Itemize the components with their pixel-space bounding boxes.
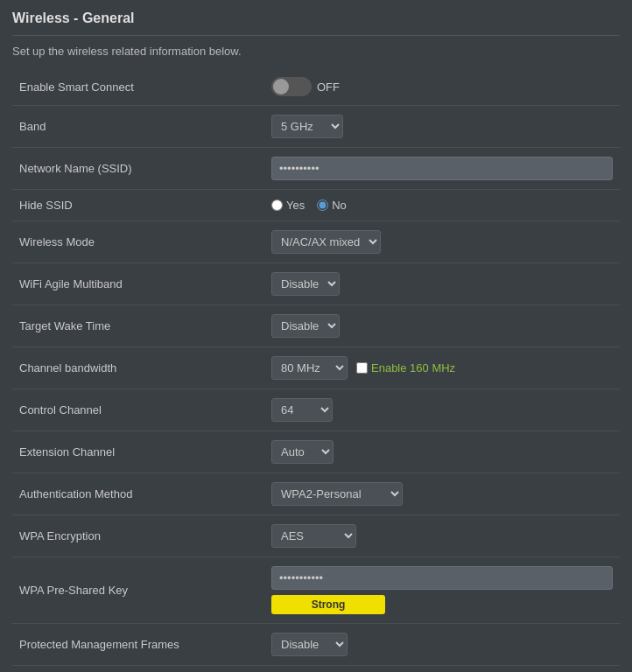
- row-wpa-encryption: WPA Encryption AES TKIP TKIP+AES: [12, 515, 620, 557]
- page-container: Wireless - General Set up the wireless r…: [0, 0, 632, 672]
- control-channel-select[interactable]: 36404448 52566064 100104108112 116120124…: [271, 398, 333, 422]
- protected-management-frames-select[interactable]: Disable Capable Required: [271, 633, 348, 656]
- row-hide-ssid: Hide SSID Yes No: [12, 190, 620, 221]
- label-protected-management-frames: Protected Management Frames: [12, 624, 264, 666]
- row-wireless-mode: Wireless Mode N/AC/AX mixed N only AC/AX…: [12, 221, 620, 263]
- label-group-key-rotation: Group Key Rotation Interval: [12, 666, 264, 673]
- toggle-container: OFF: [271, 77, 613, 96]
- toggle-off-label: OFF: [317, 80, 340, 94]
- label-band: Band: [12, 106, 264, 148]
- password-strength-bar: Strong: [271, 595, 385, 614]
- row-group-key-rotation: Group Key Rotation Interval: [12, 666, 620, 673]
- label-control-channel: Control Channel: [12, 389, 264, 431]
- hide-ssid-no-radio[interactable]: [317, 200, 328, 211]
- toggle-knob: [273, 79, 289, 94]
- row-channel-bandwidth: Channel bandwidth 20 MHz 40 MHz 80 MHz 1…: [12, 347, 620, 389]
- band-select[interactable]: 2.4 GHz 5 GHz 6 GHz: [271, 115, 343, 138]
- row-wifi-agile-multiband: WiFi Agile Multiband Disable Enable: [12, 263, 620, 305]
- row-target-wake-time: Target Wake Time Disable Enable: [12, 305, 620, 347]
- hide-ssid-yes-option[interactable]: Yes: [271, 199, 305, 212]
- ssid-input[interactable]: [271, 157, 613, 180]
- wifi-agile-multiband-select[interactable]: Disable Enable: [271, 272, 340, 296]
- label-wifi-agile-multiband: WiFi Agile Multiband: [12, 263, 264, 305]
- hide-ssid-yes-radio[interactable]: [271, 200, 283, 211]
- settings-table: Enable Smart Connect OFF Band 2.4 GHz: [12, 68, 620, 672]
- row-band: Band 2.4 GHz 5 GHz 6 GHz: [12, 106, 620, 148]
- label-target-wake-time: Target Wake Time: [12, 305, 264, 347]
- wpa-psk-input[interactable]: [271, 566, 613, 590]
- page-title: Wireless - General: [12, 10, 620, 36]
- label-channel-bandwidth: Channel bandwidth: [12, 347, 264, 389]
- extension-channel-select[interactable]: Auto Above Below: [271, 440, 334, 464]
- wpa-encryption-select[interactable]: AES TKIP TKIP+AES: [271, 524, 356, 548]
- hide-ssid-no-label: No: [332, 199, 347, 212]
- smart-connect-toggle[interactable]: [271, 77, 312, 96]
- row-authentication-method: Authentication Method Open System WPA-Pe…: [12, 473, 620, 515]
- wireless-mode-select[interactable]: N/AC/AX mixed N only AC/AX mixed: [271, 230, 381, 254]
- label-enable-smart-connect: Enable Smart Connect: [12, 68, 264, 106]
- label-wireless-mode: Wireless Mode: [12, 221, 264, 263]
- label-wpa-psk: WPA Pre-Shared Key: [12, 557, 264, 624]
- row-ssid: Network Name (SSID): [12, 148, 620, 190]
- row-wpa-psk: WPA Pre-Shared Key Strong: [12, 557, 620, 624]
- row-protected-management-frames: Protected Management Frames Disable Capa…: [12, 624, 620, 666]
- bandwidth-row: 20 MHz 40 MHz 80 MHz 160 MHz Enable 160 …: [271, 356, 613, 380]
- label-hide-ssid: Hide SSID: [12, 190, 264, 221]
- hide-ssid-no-option[interactable]: No: [317, 199, 347, 212]
- enable-160-label[interactable]: Enable 160 MHz: [356, 361, 455, 374]
- label-ssid: Network Name (SSID): [12, 148, 264, 190]
- authentication-method-select[interactable]: Open System WPA-Personal WPA2-Personal W…: [271, 482, 403, 506]
- channel-bandwidth-select[interactable]: 20 MHz 40 MHz 80 MHz 160 MHz: [271, 356, 348, 380]
- hide-ssid-radio-group: Yes No: [271, 199, 613, 212]
- row-enable-smart-connect: Enable Smart Connect OFF: [12, 68, 620, 106]
- row-control-channel: Control Channel 36404448 52566064 100104…: [12, 389, 620, 431]
- label-wpa-encryption: WPA Encryption: [12, 515, 264, 557]
- psk-container: Strong: [271, 566, 613, 614]
- label-authentication-method: Authentication Method: [12, 473, 264, 515]
- row-extension-channel: Extension Channel Auto Above Below: [12, 431, 620, 473]
- enable-160-text: Enable 160 MHz: [371, 361, 455, 374]
- target-wake-time-select[interactable]: Disable Enable: [271, 314, 340, 338]
- label-extension-channel: Extension Channel: [12, 431, 264, 473]
- description: Set up the wireless related information …: [12, 45, 620, 58]
- enable-160-checkbox[interactable]: [356, 362, 368, 374]
- hide-ssid-yes-label: Yes: [286, 199, 305, 212]
